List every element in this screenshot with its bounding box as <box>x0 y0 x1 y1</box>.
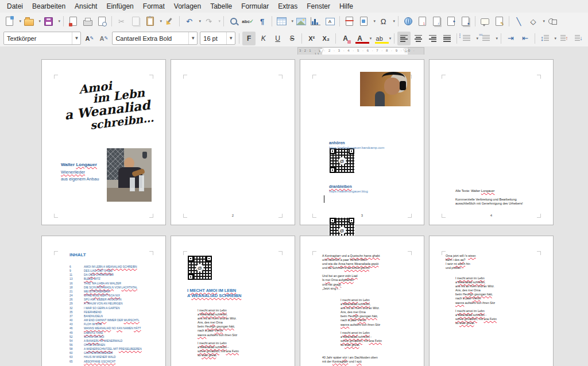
lyric-line[interactable]: Ans, des mei Oma <box>341 310 382 314</box>
toc-entry[interactable]: 60 GARTENPARADEISER <box>69 351 142 355</box>
page-6[interactable]: @ I MECHT AMOI IM LEBN A WEANALIAD SCHRE… <box>171 236 295 366</box>
toc-entry[interactable]: 32 I WAR SO GERN A GARTEN <box>69 306 142 310</box>
line-spacing-button[interactable]: ↕ <box>538 32 556 45</box>
subtitle-1[interactable]: Wienerlieder <box>61 169 99 175</box>
toc-entry[interactable]: 49 LABNITZ-TANZ <box>69 331 142 335</box>
listen-link-label[interactable]: anhören <box>329 141 345 145</box>
paste-button[interactable] <box>144 14 162 28</box>
insert-field-button[interactable] <box>357 14 376 28</box>
toc-entry[interactable]: 46 WANNS WEANALIAD NO KAN NAMEN HÄTT <box>69 326 142 330</box>
lyric-line[interactable]: und probier… <box>446 266 476 270</box>
insert-page-break-button[interactable] <box>343 14 356 28</box>
page-1[interactable]: Amoi im Lebn a Weanaliad schreibn… Walte… <box>41 59 166 225</box>
song-title[interactable]: I MECHT AMOI IM LEBN A WEANALIAD SCHREIB… <box>187 288 241 298</box>
lyric-line[interactable]: so wias gheat. <box>198 353 239 357</box>
lyric-line[interactable]: a Weanaliad schreibn - <box>198 345 239 349</box>
lyric-line[interactable]: a Weanaliad schreibn, <box>455 280 497 284</box>
menu-item[interactable]: Format <box>138 1 169 11</box>
increase-indent-button[interactable]: ⇥ <box>504 32 517 45</box>
insert-line-button[interactable]: ╲ <box>512 14 525 28</box>
menu-item[interactable]: Bearbeiten <box>28 1 70 11</box>
formatting-marks-button[interactable]: ¶ <box>256 14 269 28</box>
toc-list[interactable]: 6 AMOI IM LEBN A WEANALIAD SCHREIBN 9 DE… <box>69 265 142 364</box>
new-document-button[interactable] <box>3 14 21 28</box>
align-left-button[interactable] <box>397 32 411 45</box>
insert-table-button[interactable] <box>275 14 293 28</box>
menu-item[interactable]: Hilfe <box>335 1 358 11</box>
song-lyrics[interactable]: I mecht amoi im Lebna Weanaliad schreibn… <box>198 309 239 361</box>
stay-link-label[interactable]: dranbleiben <box>329 184 352 188</box>
intro-block[interactable]: Oma jetzt will i's wissnkann i des aa?I … <box>446 254 476 270</box>
insert-hyperlink-button[interactable] <box>401 14 415 28</box>
toc-entry[interactable]: 9 DES LIAD GIBT'S NED <box>69 269 142 273</box>
spelling-button[interactable]: abc✓ <box>241 14 254 28</box>
lyric-line[interactable]: nach a paar Viertln <box>198 329 239 333</box>
toc-entry[interactable]: 52 SCHAU MA MOI <box>69 335 142 339</box>
lyric-line[interactable]: und natürlich a paar Verteln Wein <box>322 258 380 262</box>
align-center-button[interactable] <box>412 32 425 45</box>
menu-item[interactable]: Einfügen <box>102 1 138 11</box>
chevron-down-icon[interactable]: ▼ <box>188 32 197 44</box>
numbered-list-button[interactable] <box>479 32 498 45</box>
subscript-button[interactable]: X₂ <box>319 32 332 45</box>
lyric-line[interactable]: I mecht amoi im Lebn <box>198 309 239 313</box>
lyric-line[interactable]: und wia die Ansa hams Weanaliada gspüt <box>322 262 380 266</box>
toc-entry[interactable]: 18 DIE SCHUASTAMADLN VOM LACHTNTAL <box>69 286 142 290</box>
insert-bookmark-button[interactable]: ▸ <box>444 14 458 28</box>
lyric-line[interactable]: 40 Jahr später sitz i am Dachboden oben <box>322 356 378 360</box>
subtitle-2[interactable]: aus eigenem Anbau <box>61 176 99 182</box>
underline-button[interactable]: U <box>271 32 284 45</box>
special-character-button[interactable]: Ω <box>377 14 395 28</box>
toc-entry[interactable]: 56 OHNE ROSINEN <box>69 343 142 347</box>
lyric-line[interactable]: Ans, des mei Oma <box>455 288 497 292</box>
font-size-combo[interactable]: 16 pt ▼ <box>200 32 235 45</box>
save-button[interactable] <box>42 14 60 28</box>
lyric-line[interactable]: ans mit an Kern und an Witz. <box>341 306 382 310</box>
chorus-block[interactable]: I mecht amoi im Lebna Weanaliad schreibn… <box>455 276 497 329</box>
clone-formatting-button[interactable] <box>163 14 176 28</box>
stay-link-url[interactable]: https://walterlongauer.blog <box>329 190 368 193</box>
lyric-line[interactable]: I mecht amoi im Lebn <box>198 341 239 345</box>
lyric-line[interactable]: nach a paar Viertln <box>341 318 382 322</box>
insert-image-button[interactable] <box>295 14 308 28</box>
bullet-list-button[interactable] <box>460 32 478 45</box>
toc-entry[interactable]: 54 A BANKERL IM WIENERWALD <box>69 339 142 343</box>
page-8[interactable]: Oma jetzt will i's wissnkann i des aa?I … <box>429 236 554 366</box>
lyric-line[interactable]: a Weanaliad schreibn, <box>341 302 382 306</box>
menu-item[interactable]: Tabelle <box>206 1 237 11</box>
lyric-line[interactable]: Oma jetzt will i's wissn <box>446 254 476 258</box>
print-button[interactable] <box>81 14 94 28</box>
insert-footnote-button[interactable]: 1 <box>416 14 429 28</box>
page-3[interactable]: @ anhören https://walterlongauer.bandcam… <box>300 59 424 225</box>
toc-heading[interactable]: INHALT <box>69 252 86 257</box>
lyric-line[interactable]: „Jetzt sing i…“ <box>322 287 380 291</box>
toc-entry[interactable]: 11 DA OIDE UHRMACHER <box>69 273 142 277</box>
new-style-button[interactable]: A✎ <box>97 32 110 45</box>
cover-author-block[interactable]: Walter Longauer Wienerlieder aus eigenem… <box>61 162 99 182</box>
page-number-footer[interactable]: 2 <box>171 214 295 217</box>
lyric-line[interactable]: a Weanaliad schreibn - <box>341 335 382 339</box>
toc-entry[interactable]: 13 BLEDE WITZ <box>69 277 142 281</box>
strikethrough-button[interactable]: S <box>285 32 299 45</box>
lyric-line[interactable]: Und bei an ganz oidn Liad <box>322 274 380 278</box>
lyric-line[interactable]: beim Heurign gsungan hätt, <box>455 292 497 296</box>
insert-textbox-button[interactable]: A <box>323 14 336 28</box>
font-name-combo[interactable]: Cantarell Extra Bold ▼ <box>112 32 198 45</box>
export-pdf-button[interactable] <box>67 14 80 28</box>
studio-photo[interactable] <box>360 72 411 106</box>
font-color-button[interactable]: A <box>353 32 372 45</box>
chevron-down-icon[interactable]: ▼ <box>72 32 80 44</box>
align-right-button[interactable] <box>426 32 439 45</box>
bold-button[interactable]: F <box>242 32 256 45</box>
menu-item[interactable]: Ansicht <box>70 1 102 11</box>
lyric-line[interactable]: I mecht amoi im Lebn <box>455 276 497 280</box>
lyric-line[interactable]: I mecht amoi im Lebn <box>341 331 382 335</box>
increase-paragraph-spacing-button[interactable]: ↑ <box>558 32 571 45</box>
horizontal-ruler[interactable]: 3 · 2 · 1· 1 · 2 · 3 · 4 · 5 · 6 · 7 · 8… <box>297 47 424 55</box>
lyric-line[interactable]: I mecht amoi im Lebn <box>341 298 382 302</box>
page-number-footer[interactable]: 4 <box>430 214 553 217</box>
cover-title[interactable]: Amoi im Lebn a Weanaliad schreibn… <box>56 75 159 135</box>
track-changes-button[interactable]: ✎ <box>493 14 506 28</box>
lyric-line[interactable]: nach a paar Viertln <box>455 296 497 300</box>
lyric-line[interactable]: schee gmiadlich, mit ana Fettn <box>198 349 239 353</box>
